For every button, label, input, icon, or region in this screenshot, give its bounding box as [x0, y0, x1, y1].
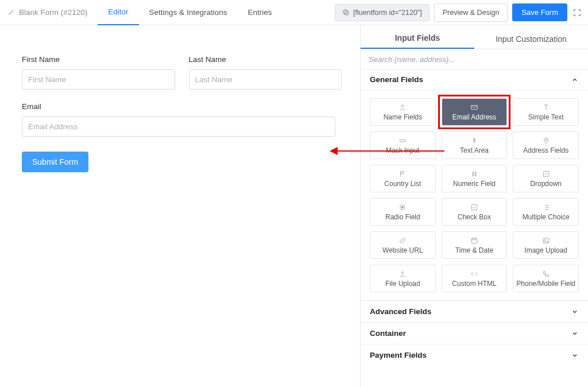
- field-name-fields[interactable]: Name Fields: [370, 98, 436, 126]
- field-phone[interactable]: Phone/Mobile Field: [513, 265, 579, 292]
- field-image-upload[interactable]: Image Upload: [513, 231, 579, 259]
- first-name-input[interactable]: [22, 69, 175, 90]
- field-radio-field-label: Radio Field: [385, 213, 420, 221]
- tab-entries[interactable]: Entries: [237, 0, 282, 25]
- text-icon: [542, 103, 550, 111]
- calendar-icon: [470, 237, 478, 245]
- top-bar: Blank Form (#2120) Editor Settings & Int…: [0, 0, 588, 25]
- field-country-list-label: Country List: [384, 180, 421, 188]
- field-radio-field[interactable]: Radio Field: [370, 198, 436, 226]
- list-icon: [542, 203, 550, 211]
- field-address-fields[interactable]: Address Fields: [513, 131, 579, 159]
- email-input[interactable]: [22, 117, 335, 137]
- field-website-url[interactable]: Website URL: [370, 231, 436, 259]
- field-mask-input-label: Mask Input: [386, 146, 420, 154]
- tab-input-fields[interactable]: Input Fields: [361, 25, 474, 49]
- svg-rect-3: [471, 105, 478, 109]
- field-email-wrap: Email Address: [442, 98, 508, 126]
- link-icon: [399, 237, 407, 245]
- pencil-icon: [8, 8, 16, 17]
- field-custom-html-label: Custom HTML: [452, 280, 496, 288]
- email-label: Email: [22, 102, 342, 111]
- arrow-head-icon: [330, 147, 338, 155]
- mask-icon: [399, 137, 407, 145]
- pin-icon: [542, 137, 550, 145]
- submit-button[interactable]: Submit Form: [22, 152, 88, 172]
- chevron-down-icon: [571, 308, 579, 316]
- section-advanced-label: Advanced Fields: [370, 307, 431, 316]
- email-group: Email: [22, 102, 342, 137]
- shortcode-button[interactable]: [fluentform id="2120"]: [335, 4, 430, 21]
- caret-square-icon: [542, 170, 550, 178]
- save-form-button[interactable]: Save Form: [512, 3, 567, 21]
- field-email-address-label: Email Address: [452, 113, 497, 121]
- flag-icon: [399, 170, 407, 178]
- tab-editor[interactable]: Editor: [98, 0, 138, 25]
- upload-icon: [399, 270, 407, 278]
- first-name-group: First Name: [22, 55, 175, 90]
- field-dropdown-label: Dropdown: [530, 180, 562, 188]
- envelope-icon: [470, 103, 478, 111]
- field-website-url-label: Website URL: [382, 246, 423, 254]
- last-name-group: Last Name: [189, 55, 342, 90]
- general-fields-grid: Name Fields Email Address Simple Text Ma…: [361, 90, 588, 300]
- last-name-input[interactable]: [189, 69, 342, 90]
- field-country-list[interactable]: Country List: [370, 165, 436, 192]
- tab-settings[interactable]: Settings & Integrations: [139, 0, 238, 25]
- svg-point-2: [402, 105, 404, 107]
- svg-rect-9: [471, 204, 477, 210]
- hash-icon: [470, 170, 478, 178]
- field-time-date[interactable]: Time & Date: [442, 231, 508, 259]
- svg-point-12: [544, 239, 546, 240]
- code-icon: [470, 270, 478, 278]
- svg-rect-6: [543, 171, 548, 176]
- form-title[interactable]: Blank Form (#2120): [8, 8, 87, 17]
- field-numeric-field[interactable]: Numeric Field: [442, 165, 508, 192]
- form-title-text: Blank Form (#2120): [19, 8, 87, 17]
- tab-input-customization[interactable]: Input Customization: [474, 25, 588, 49]
- field-multiple-choice[interactable]: Multiple Choice: [513, 198, 579, 226]
- svg-rect-10: [471, 238, 477, 243]
- checkbox-icon: [470, 203, 478, 211]
- image-icon: [542, 237, 550, 245]
- field-simple-text[interactable]: Simple Text: [513, 98, 579, 126]
- svg-point-5: [545, 139, 546, 140]
- paragraph-icon: [470, 137, 478, 145]
- first-name-label: First Name: [22, 55, 175, 64]
- svg-rect-4: [400, 140, 405, 142]
- field-mask-input[interactable]: Mask Input: [370, 131, 436, 159]
- section-payment-fields[interactable]: Payment Fields: [361, 344, 588, 366]
- section-payment-label: Payment Fields: [370, 351, 427, 359]
- form-canvas: First Name Last Name Email Submit Form: [0, 25, 360, 387]
- chevron-down-icon: [571, 351, 579, 359]
- shortcode-text: [fluentform id="2120"]: [353, 9, 422, 17]
- field-search-row: [361, 49, 588, 69]
- field-simple-text-label: Simple Text: [528, 113, 564, 121]
- field-time-date-label: Time & Date: [455, 246, 493, 254]
- field-panel: Input Fields Input Customization General…: [360, 25, 588, 387]
- field-custom-html[interactable]: Custom HTML: [442, 265, 508, 292]
- field-multiple-choice-label: Multiple Choice: [523, 213, 570, 221]
- phone-icon: [542, 270, 550, 278]
- field-check-box[interactable]: Check Box: [442, 198, 508, 226]
- main-tabs: Editor Settings & Integrations Entries: [98, 0, 282, 25]
- field-name-fields-label: Name Fields: [384, 113, 422, 121]
- chevron-up-icon: [571, 76, 579, 84]
- section-advanced-fields[interactable]: Advanced Fields: [361, 300, 588, 322]
- field-email-address[interactable]: Email Address: [442, 98, 508, 126]
- section-container[interactable]: Container: [361, 322, 588, 344]
- field-dropdown[interactable]: Dropdown: [513, 165, 579, 192]
- name-row: First Name Last Name: [22, 55, 342, 102]
- topbar-right: [fluentform id="2120"] Preview & Design …: [335, 3, 582, 22]
- preview-design-button[interactable]: Preview & Design: [434, 3, 508, 22]
- fullscreen-icon[interactable]: [572, 7, 582, 18]
- field-file-upload[interactable]: File Upload: [370, 265, 436, 292]
- field-search-input[interactable]: [369, 55, 580, 64]
- section-container-label: Container: [370, 329, 406, 338]
- section-general-fields[interactable]: General Fields: [361, 69, 588, 90]
- svg-rect-1: [343, 10, 347, 14]
- field-text-area[interactable]: Text Area: [442, 131, 508, 159]
- user-icon: [399, 103, 407, 111]
- copy-icon: [342, 9, 350, 16]
- section-general-label: General Fields: [370, 75, 423, 84]
